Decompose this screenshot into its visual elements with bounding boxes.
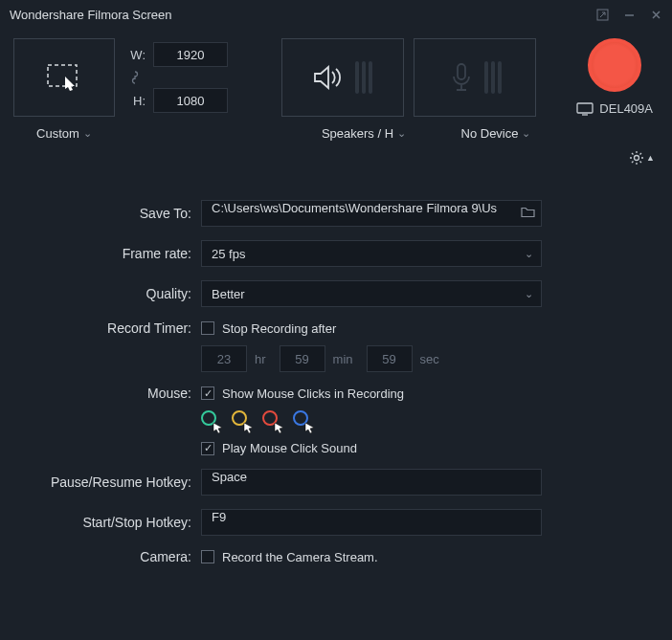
click-sound-label: Play Mouse Click Sound <box>222 441 357 455</box>
record-timer-label: Record Timer: <box>23 320 201 336</box>
dimensions-group: W: H: <box>124 42 228 113</box>
titlebar: Wondershare Filmora Screen <box>0 0 672 29</box>
stop-after-checkbox[interactable] <box>201 321 214 335</box>
stop-after-label: Stop Recording after <box>222 321 336 336</box>
chevron-down-icon: ⌄ <box>525 248 533 260</box>
quality-value: Better <box>212 287 245 301</box>
record-button[interactable] <box>588 38 641 92</box>
close-icon[interactable] <box>649 8 662 21</box>
timer-hours-input[interactable] <box>201 345 247 372</box>
cursor-icon <box>274 422 285 433</box>
show-clicks-label: Show Mouse Clicks in Recording <box>222 386 404 401</box>
chevron-down-icon: ⌄ <box>522 127 530 140</box>
cursor-icon <box>213 422 224 433</box>
device-group <box>281 38 536 117</box>
mic-device-select[interactable]: No Device ⌄ <box>435 126 557 141</box>
pause-hotkey-label: Pause/Resume Hotkey: <box>23 474 201 490</box>
timer-seconds-input[interactable] <box>367 345 413 372</box>
chevron-up-icon: ▲ <box>646 153 655 163</box>
timer-inputs: hr min sec <box>201 345 649 372</box>
minimize-icon[interactable] <box>622 8 636 21</box>
chevron-down-icon: ⌄ <box>397 127 406 140</box>
link-icon[interactable] <box>124 71 146 84</box>
quality-select[interactable]: Better ⌄ <box>201 280 542 307</box>
start-hotkey-field[interactable]: F9 <box>201 509 542 536</box>
window-title: Wondershare Filmora Screen <box>10 8 172 22</box>
camera-checkbox[interactable] <box>201 550 214 563</box>
start-hotkey-label: Start/Stop Hotkey: <box>23 515 201 530</box>
svg-point-6 <box>635 156 639 161</box>
click-color-options <box>201 410 649 431</box>
microphone-icon <box>448 61 475 94</box>
click-sound-checkbox[interactable] <box>201 442 214 455</box>
top-panel: W: H: DEL409A <box>0 29 672 122</box>
click-color-option[interactable] <box>293 410 314 431</box>
chevron-down-icon: ⌄ <box>525 288 533 300</box>
show-clicks-checkbox[interactable] <box>201 386 214 400</box>
monitor-icon <box>576 102 594 116</box>
popout-icon[interactable] <box>595 8 609 21</box>
mic-device-box[interactable] <box>414 38 536 117</box>
svg-rect-2 <box>48 65 77 86</box>
pause-hotkey-field[interactable]: Space <box>201 469 542 496</box>
frame-rate-select[interactable]: 25 fps ⌄ <box>201 240 542 267</box>
save-to-field[interactable]: C:\Users\ws\Documents\Wondershare Filmor… <box>201 200 542 227</box>
mouse-label: Mouse: <box>23 386 201 401</box>
save-to-value: C:\Users\ws\Documents\Wondershare Filmor… <box>212 201 497 215</box>
camera-label: Camera: <box>23 549 201 564</box>
display-name: DEL409A <box>599 101 653 116</box>
width-input[interactable] <box>153 42 228 67</box>
start-hotkey-value: F9 <box>212 510 226 524</box>
mic-device-label: No Device <box>461 126 519 141</box>
cursor-icon <box>243 422 255 433</box>
selector-row: Custom ⌄ Speakers / H ⌄ No Device ⌄ <box>0 122 672 150</box>
capture-mode-select[interactable]: Custom ⌄ <box>13 126 115 141</box>
settings-form: Save To: C:\Users\ws\Documents\Wondersha… <box>0 171 672 564</box>
speaker-device-select[interactable]: Speakers / H ⌄ <box>302 126 425 141</box>
cursor-icon <box>304 422 316 433</box>
record-column: DEL409A <box>576 38 659 116</box>
save-to-label: Save To: <box>23 206 201 221</box>
settings-toggle[interactable]: ▲ <box>629 150 655 166</box>
chevron-down-icon: ⌄ <box>83 127 92 140</box>
mic-level-meter <box>484 61 502 94</box>
speaker-device-box[interactable] <box>281 38 404 117</box>
crop-cursor-icon <box>46 63 82 92</box>
speaker-level-meter <box>355 61 372 94</box>
display-indicator: DEL409A <box>576 101 653 116</box>
camera-checkbox-label: Record the Camera Stream. <box>222 550 378 564</box>
window-controls <box>595 8 662 21</box>
capture-mode-label: Custom <box>36 126 79 141</box>
gear-icon <box>629 150 644 166</box>
height-label: H: <box>124 94 146 108</box>
height-input[interactable] <box>153 88 228 113</box>
timer-minutes-input[interactable] <box>280 345 325 372</box>
frame-rate-label: Frame rate: <box>23 246 201 261</box>
timer-hours-unit: hr <box>255 352 266 366</box>
click-color-option[interactable] <box>201 410 222 431</box>
pause-hotkey-value: Space <box>212 470 247 484</box>
frame-rate-value: 25 fps <box>212 247 245 261</box>
speaker-device-label: Speakers / H <box>322 126 393 141</box>
click-color-option[interactable] <box>262 410 283 431</box>
svg-rect-4 <box>577 103 593 113</box>
folder-icon[interactable] <box>521 207 535 221</box>
quality-label: Quality: <box>23 286 201 301</box>
capture-region-button[interactable] <box>13 38 115 117</box>
timer-minutes-unit: min <box>333 352 353 366</box>
speaker-icon <box>313 63 346 92</box>
svg-rect-3 <box>458 64 465 79</box>
timer-seconds-unit: sec <box>420 352 439 366</box>
click-color-option[interactable] <box>232 410 253 431</box>
width-label: W: <box>124 48 146 62</box>
